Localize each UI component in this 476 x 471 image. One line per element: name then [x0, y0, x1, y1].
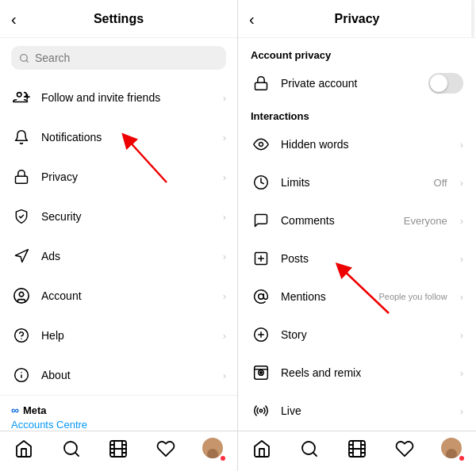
mentions-value: People you follow	[378, 292, 447, 301]
live-label: Live	[281, 404, 451, 417]
hidden-words-label: Hidden words	[281, 138, 451, 151]
profile-nav-avatar[interactable]	[202, 438, 225, 460]
live-icon	[251, 400, 271, 421]
menu-label-help: Help	[41, 329, 213, 342]
privacy-item-reels[interactable]: Reels and remix ›	[238, 354, 476, 392]
plus-square-icon	[251, 248, 271, 269]
menu-item-privacy[interactable]: Privacy ›	[0, 157, 237, 197]
menu-label-account: Account	[41, 289, 213, 302]
menu-item-account[interactable]: Account ›	[0, 276, 237, 316]
reels-label: Reels and remix	[281, 366, 451, 379]
reels-nav-icon[interactable]	[107, 438, 129, 460]
menu-item-about[interactable]: About ›	[0, 355, 237, 395]
right-back-button[interactable]: ‹	[249, 11, 255, 27]
chevron-icon: ›	[223, 211, 226, 223]
privacy-item-mentions[interactable]: Mentions People you follow ›	[238, 278, 476, 316]
menu-label-privacy: Privacy	[41, 170, 213, 183]
privacy-item-comments[interactable]: Comments Everyone ›	[238, 201, 476, 239]
bell-icon	[11, 127, 32, 147]
privacy-item-limits[interactable]: Limits Off ›	[238, 163, 476, 201]
left-back-button[interactable]: ‹	[11, 11, 17, 27]
privacy-item-private-account[interactable]: Private account	[238, 64, 476, 102]
chevron-icon: ›	[460, 177, 463, 189]
menu-item-notifications[interactable]: Notifications ›	[0, 117, 237, 157]
home-nav-icon-right[interactable]	[251, 438, 273, 460]
profile-nav-avatar-right[interactable]	[441, 438, 463, 460]
menu-label-notifications: Notifications	[41, 131, 213, 144]
chevron-icon: ›	[460, 291, 463, 303]
search-nav-icon[interactable]	[60, 438, 83, 460]
left-bottom-nav	[0, 431, 237, 471]
svg-point-24	[259, 143, 263, 147]
meta-section: ∞ Meta Accounts Centre Control settings …	[0, 395, 237, 431]
chevron-icon: ›	[223, 92, 226, 104]
comment-icon	[251, 210, 271, 231]
clock-icon	[251, 172, 271, 193]
menu-item-help[interactable]: Help ›	[0, 316, 237, 355]
comments-value: Everyone	[404, 215, 447, 227]
person-plus-icon	[11, 87, 32, 108]
shield-icon	[11, 206, 32, 227]
search-icon	[19, 53, 29, 63]
posts-label: Posts	[281, 252, 451, 265]
reels-icon	[251, 362, 271, 383]
chevron-icon: ›	[460, 139, 463, 151]
heart-nav-icon[interactable]	[155, 438, 177, 460]
chevron-icon: ›	[223, 251, 226, 262]
notification-dot-right	[459, 456, 464, 461]
accounts-centre-link[interactable]: Accounts Centre	[11, 419, 226, 431]
meta-icon: ∞	[11, 404, 19, 416]
svg-point-37	[259, 409, 262, 412]
search-input[interactable]	[35, 52, 218, 64]
privacy-item-hidden-words[interactable]: Hidden words ›	[238, 125, 476, 163]
svg-line-14	[75, 453, 78, 456]
menu-item-ads[interactable]: Ads ›	[0, 236, 237, 276]
chevron-icon: ›	[460, 367, 463, 379]
heart-nav-icon-right[interactable]	[393, 438, 416, 460]
section-label-interactions: Interactions	[238, 102, 476, 125]
person-circle-icon	[11, 285, 32, 306]
chevron-icon: ›	[223, 330, 226, 342]
menu-item-follow[interactable]: Follow and invite friends ›	[0, 78, 237, 117]
right-panel-title: Privacy	[335, 12, 380, 26]
privacy-item-guides[interactable]: Guides ›	[238, 430, 476, 431]
app-container: ‹ Settings Follow and invite frie	[0, 0, 476, 471]
private-account-label: Private account	[281, 77, 419, 90]
chevron-icon: ›	[223, 290, 226, 302]
menu-label-ads: Ads	[41, 250, 213, 262]
privacy-item-story[interactable]: Story ›	[238, 316, 476, 354]
limits-label: Limits	[281, 176, 424, 189]
menu-list: Follow and invite friends › Notification…	[0, 78, 237, 431]
svg-point-2	[17, 93, 22, 98]
chevron-icon: ›	[460, 253, 463, 265]
search-bar[interactable]	[11, 46, 226, 70]
home-nav-icon[interactable]	[13, 438, 35, 460]
svg-point-35	[260, 372, 263, 374]
left-header: ‹ Settings	[0, 0, 237, 38]
right-bottom-nav	[238, 431, 476, 471]
avatar-image-right	[441, 438, 462, 458]
svg-line-1	[26, 60, 28, 62]
private-account-toggle[interactable]	[428, 73, 463, 94]
svg-point-7	[19, 292, 24, 297]
chevron-icon: ›	[460, 215, 463, 227]
menu-item-security[interactable]: Security ›	[0, 197, 237, 236]
help-circle-icon	[11, 325, 32, 346]
search-nav-icon-right[interactable]	[298, 438, 321, 460]
chevron-icon: ›	[460, 405, 463, 417]
privacy-list: Account privacy Private account Interact…	[238, 38, 476, 431]
toggle-thumb	[430, 75, 447, 92]
chevron-icon: ›	[460, 329, 463, 341]
svg-point-6	[14, 289, 29, 303]
privacy-item-live[interactable]: Live ›	[238, 392, 476, 430]
reels-nav-icon-right[interactable]	[346, 438, 368, 460]
chevron-icon: ›	[223, 370, 226, 381]
svg-point-8	[15, 329, 29, 343]
privacy-item-posts[interactable]: Posts ›	[238, 239, 476, 278]
svg-point-29	[259, 294, 264, 300]
limits-value: Off	[434, 177, 447, 189]
notification-dot	[221, 456, 225, 461]
meta-logo: ∞ Meta	[11, 404, 226, 416]
right-panel: ‹ Privacy Account privacy Private accoun…	[238, 0, 476, 471]
meta-label: Meta	[23, 404, 47, 416]
